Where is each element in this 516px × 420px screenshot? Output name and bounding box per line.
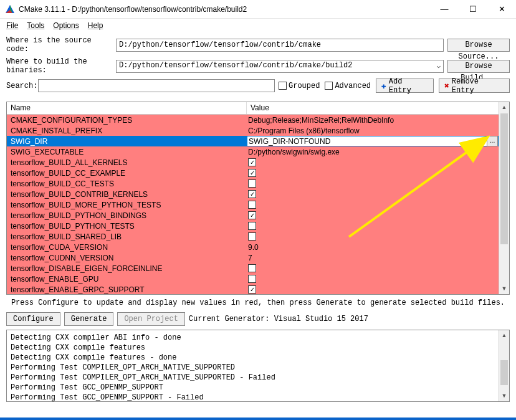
scroll-thumb[interactable] bbox=[500, 113, 508, 244]
cell-value[interactable] bbox=[247, 179, 499, 188]
output-panel: Detecting CXX compiler ABI info - done D… bbox=[6, 330, 510, 402]
cell-value[interactable]: 7 bbox=[247, 254, 499, 262]
table-row[interactable]: tensorflow_BUILD_CC_TESTS bbox=[7, 178, 499, 189]
advanced-checkbox[interactable]: Advanced bbox=[325, 82, 371, 90]
table-row[interactable]: tensorflow_ENABLE_GPU bbox=[7, 274, 499, 284]
column-name[interactable]: Name bbox=[7, 102, 247, 114]
cell-value[interactable] bbox=[247, 275, 499, 283]
bottom-accent bbox=[0, 418, 516, 420]
checkbox-icon[interactable] bbox=[248, 232, 256, 241]
search-label: Search: bbox=[6, 82, 34, 90]
checkbox-icon[interactable]: ✓ bbox=[248, 169, 256, 177]
grouped-label: Grouped bbox=[289, 82, 320, 90]
menu-options[interactable]: Options bbox=[53, 21, 79, 30]
checkbox-icon[interactable] bbox=[248, 201, 256, 209]
table-row[interactable]: tensorflow_BUILD_CC_EXAMPLE✓ bbox=[7, 168, 499, 178]
browse-source-button[interactable]: Browse Source... bbox=[447, 39, 510, 52]
checkbox-icon[interactable]: ✓ bbox=[248, 158, 256, 166]
scroll-up-icon[interactable]: ▲ bbox=[499, 330, 509, 341]
remove-entry-button[interactable]: ✖Remove Entry bbox=[439, 79, 510, 93]
table-row[interactable]: CMAKE_CONFIGURATION_TYPESDebug;Release;M… bbox=[7, 115, 499, 125]
window-title: CMake 3.11.1 - D:/python/tensorflow/tens… bbox=[19, 5, 430, 14]
search-input[interactable] bbox=[38, 79, 275, 92]
table-row[interactable]: tensorflow_DISABLE_EIGEN_FORCEINLINE bbox=[7, 263, 499, 274]
binaries-label: Where to build the binaries: bbox=[6, 57, 112, 75]
cell-name[interactable]: tensorflow_BUILD_PYTHON_BINDINGS bbox=[7, 211, 247, 220]
table-row[interactable]: tensorflow_BUILD_SHARED_LIB bbox=[7, 231, 499, 242]
configure-button[interactable]: Configure bbox=[6, 312, 60, 326]
cell-value[interactable]: SWIG_DIR-NOTFOUND... bbox=[247, 136, 497, 146]
binaries-input[interactable]: D:/python/tensorflow/tensorflow/contrib/… bbox=[116, 60, 444, 73]
menu-help[interactable]: Help bbox=[88, 21, 103, 30]
cell-value[interactable]: ✓ bbox=[247, 169, 499, 177]
minimize-button[interactable]: — bbox=[430, 0, 459, 19]
menu-file[interactable]: File bbox=[6, 21, 18, 30]
browse-build-button[interactable]: Browse Build... bbox=[447, 60, 510, 73]
table-row[interactable]: tensorflow_BUILD_MORE_PYTHON_TESTS bbox=[7, 199, 499, 210]
output-text[interactable]: Detecting CXX compiler ABI info - done D… bbox=[7, 330, 499, 401]
cell-value[interactable]: ✓ bbox=[247, 190, 499, 198]
cell-name[interactable]: tensorflow_BUILD_PYTHON_TESTS bbox=[7, 222, 247, 231]
cmake-icon bbox=[5, 4, 15, 14]
cell-name[interactable]: SWIG_EXECUTABLE bbox=[7, 148, 247, 156]
table-row[interactable]: tensorflow_CUDNN_VERSION7 bbox=[7, 252, 499, 263]
table-row[interactable]: tensorflow_BUILD_ALL_KERNELS✓ bbox=[7, 157, 499, 168]
cell-value[interactable] bbox=[247, 264, 499, 272]
open-project-button: Open Project bbox=[117, 312, 184, 326]
cell-value[interactable]: Debug;Release;MinSizeRel;RelWithDebInfo bbox=[247, 116, 499, 125]
scroll-up-icon[interactable]: ▲ bbox=[499, 102, 509, 113]
close-button[interactable]: ✕ bbox=[487, 0, 516, 19]
maximize-button[interactable]: ☐ bbox=[459, 0, 487, 19]
scroll-down-icon[interactable]: ▼ bbox=[499, 284, 509, 294]
table-row[interactable]: SWIG_DIRSWIG_DIR-NOTFOUND... bbox=[7, 136, 499, 146]
cell-value[interactable]: ✓ bbox=[247, 285, 499, 294]
column-value[interactable]: Value bbox=[247, 102, 499, 114]
cell-name[interactable]: tensorflow_BUILD_CC_TESTS bbox=[7, 179, 247, 188]
cell-value[interactable] bbox=[247, 232, 499, 241]
output-scrollbar[interactable]: ▲ ▼ bbox=[499, 330, 509, 401]
table-row[interactable]: tensorflow_BUILD_PYTHON_BINDINGS✓ bbox=[7, 210, 499, 221]
cell-name[interactable]: CMAKE_CONFIGURATION_TYPES bbox=[7, 116, 247, 125]
checkbox-icon[interactable] bbox=[248, 264, 256, 272]
table-row[interactable]: tensorflow_BUILD_CONTRIB_KERNELS✓ bbox=[7, 189, 499, 199]
cell-name[interactable]: tensorflow_BUILD_CC_EXAMPLE bbox=[7, 169, 247, 178]
checkbox-icon[interactable] bbox=[248, 222, 256, 230]
scroll-thumb[interactable] bbox=[500, 360, 508, 385]
cell-name[interactable]: SWIG_DIR bbox=[7, 137, 247, 146]
cell-value[interactable] bbox=[247, 222, 499, 230]
table-row[interactable]: SWIG_EXECUTABLED:/python/swigwin/swig.ex… bbox=[7, 146, 499, 157]
cell-value[interactable]: ✓ bbox=[247, 211, 499, 219]
cell-value[interactable]: ✓ bbox=[247, 158, 499, 166]
add-entry-button[interactable]: ✚Add Entry bbox=[376, 79, 434, 93]
table-scrollbar[interactable]: ▲ ▼ bbox=[499, 102, 509, 294]
checkbox-icon[interactable]: ✓ bbox=[248, 285, 256, 294]
checkbox-icon[interactable] bbox=[248, 179, 256, 188]
generate-button[interactable]: Generate bbox=[64, 312, 114, 326]
menu-tools[interactable]: Tools bbox=[27, 21, 44, 30]
cell-value[interactable]: C:/Program Files (x86)/tensorflow bbox=[247, 126, 499, 135]
browse-path-button[interactable]: ... bbox=[487, 136, 498, 146]
cell-name[interactable]: tensorflow_BUILD_CONTRIB_KERNELS bbox=[7, 190, 247, 199]
cell-name[interactable]: tensorflow_CUDNN_VERSION bbox=[7, 254, 247, 262]
source-input[interactable] bbox=[116, 39, 444, 52]
cell-name[interactable]: tensorflow_BUILD_SHARED_LIB bbox=[7, 232, 247, 241]
scroll-down-icon[interactable]: ▼ bbox=[499, 391, 509, 401]
cell-name[interactable]: tensorflow_BUILD_MORE_PYTHON_TESTS bbox=[7, 201, 247, 209]
table-row[interactable]: tensorflow_BUILD_PYTHON_TESTS bbox=[7, 221, 499, 231]
cell-name[interactable]: tensorflow_CUDA_VERSION bbox=[7, 243, 247, 252]
cell-value[interactable]: 9.0 bbox=[247, 243, 499, 252]
table-row[interactable]: CMAKE_INSTALL_PREFIXC:/Program Files (x8… bbox=[7, 125, 499, 136]
cell-name[interactable]: tensorflow_ENABLE_GPU bbox=[7, 275, 247, 284]
checkbox-icon[interactable]: ✓ bbox=[248, 190, 256, 198]
grouped-checkbox[interactable]: Grouped bbox=[279, 82, 320, 90]
cell-value[interactable] bbox=[247, 201, 499, 209]
cell-value[interactable]: D:/python/swigwin/swig.exe bbox=[247, 148, 499, 156]
table-row[interactable]: tensorflow_CUDA_VERSION9.0 bbox=[7, 242, 499, 252]
cell-name[interactable]: tensorflow_BUILD_ALL_KERNELS bbox=[7, 158, 247, 167]
cell-name[interactable]: tensorflow_DISABLE_EIGEN_FORCEINLINE bbox=[7, 264, 247, 273]
checkbox-icon[interactable] bbox=[248, 275, 256, 283]
checkbox-icon[interactable]: ✓ bbox=[248, 211, 256, 219]
cell-name[interactable]: tensorflow_ENABLE_GRPC_SUPPORT bbox=[7, 285, 247, 294]
cell-name[interactable]: CMAKE_INSTALL_PREFIX bbox=[7, 126, 247, 135]
table-row[interactable]: tensorflow_ENABLE_GRPC_SUPPORT✓ bbox=[7, 284, 499, 294]
